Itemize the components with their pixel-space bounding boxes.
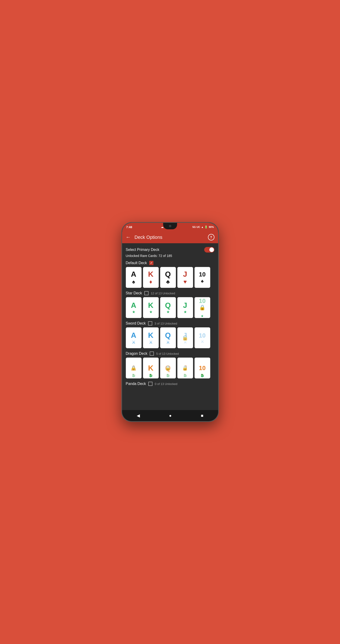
dragon-deck-name: Dragon Deck (126, 352, 147, 356)
card-suit: ★ (184, 310, 187, 314)
card-suit: 🐉 (132, 374, 136, 377)
card-suit: 🐉 (149, 374, 153, 377)
card-letter: 10 (199, 271, 206, 278)
card-star-2: K ★ (143, 297, 159, 318)
sword-deck-section: Sword Deck 3 of 13 Unlocked A ⚔ K ⚔ Q (126, 321, 214, 348)
dragon-deck-header: Dragon Deck 5 of 13 Unlocked (126, 352, 214, 356)
card-dragon-5: 10 🐉 (195, 358, 210, 378)
card-suit: ★ (166, 310, 170, 314)
star-deck-checkbox[interactable] (144, 291, 149, 295)
card-letter: K (148, 301, 153, 310)
star-deck-name: Star Deck (126, 291, 142, 295)
card-letter: A (131, 331, 136, 340)
card-default-4: J ♥ (177, 267, 193, 288)
panda-deck-name: Panda Deck (126, 382, 146, 386)
card-suit: ★ (132, 310, 135, 314)
lock-icon: 🔒 (199, 304, 205, 310)
card-suit: ♣ (166, 278, 170, 285)
card-letter: 10 (199, 364, 206, 372)
sword-deck-checkbox[interactable] (148, 321, 152, 326)
panda-deck-checkbox[interactable] (148, 382, 152, 386)
card-letter: J (183, 301, 187, 310)
default-deck-name: Default Deck (126, 261, 147, 265)
card-letter: 10 (199, 297, 206, 304)
panda-deck-status: 0 of 13 Unlocked (155, 382, 178, 386)
card-dragon-4: J 🔒 🐉 (177, 358, 193, 378)
signal-icon: ▲ (201, 226, 204, 228)
card-suit: ⚔ (149, 340, 153, 345)
default-deck-section: Default Deck A ♠ K ♦ Q (126, 261, 214, 288)
dragon-deck-cards: A 🔒 🐉 K 🐉 Q 🔒 🐉 (126, 358, 214, 378)
panda-deck-section: Panda Deck 0 of 13 Unlocked (126, 382, 214, 386)
nav-recents-button[interactable]: ■ (201, 413, 204, 418)
card-suit: ⚔ (184, 340, 187, 344)
primary-deck-row: Select Primary Deck (126, 247, 214, 252)
card-letter: A (131, 270, 136, 278)
card-suit: ♦ (149, 278, 152, 285)
bottom-nav: ◀ ● ■ (122, 410, 218, 421)
sword-deck-header: Sword Deck 3 of 13 Unlocked (126, 321, 214, 326)
card-sword-1: A ⚔ (126, 327, 142, 348)
card-star-1: A ★ (126, 297, 142, 318)
content-area: Select Primary Deck Unlocked Rare Cards:… (122, 243, 218, 410)
card-letter: 10 (199, 332, 206, 339)
panda-deck-header: Panda Deck 0 of 13 Unlocked (126, 382, 214, 386)
star-deck-section: Star Deck 12 of 13 Unlocked A ★ K ★ Q (126, 291, 214, 318)
card-default-2: K ♦ (143, 267, 159, 288)
card-sword-4: J 🔒 ⚔ (177, 327, 193, 348)
card-letter: Q (165, 301, 171, 310)
unlocked-rare-info: Unlocked Rare Cards: 72 of 185 (126, 254, 214, 258)
dragon-deck-checkbox[interactable] (150, 352, 154, 356)
nav-back-button[interactable]: ◀ (137, 413, 140, 418)
help-button[interactable]: ? (208, 234, 214, 240)
card-letter: A (131, 301, 136, 310)
card-dragon-3: Q 🔒 🐉 (160, 358, 176, 378)
volume-up-button[interactable] (218, 251, 219, 260)
card-suit: 🐉 (183, 374, 187, 377)
card-sword-5: 10 🔒 ⚔ (195, 327, 210, 348)
volume-down-button[interactable] (218, 262, 219, 272)
card-suit: ♠ (132, 278, 135, 285)
lock-icon: 🔒 (165, 365, 171, 371)
card-letter: K (148, 331, 153, 340)
default-deck-cards: A ♠ K ♦ Q ♣ J ♥ (126, 267, 214, 288)
primary-deck-toggle[interactable] (204, 247, 214, 252)
card-star-4: J ★ (177, 297, 193, 318)
status-icons: 5G UC ▲ 🔋 90% (192, 226, 214, 228)
lock-icon: 🔒 (182, 365, 188, 371)
card-letter: Q (165, 270, 171, 278)
default-deck-checkbox[interactable] (149, 261, 153, 265)
card-dragon-1: A 🔒 🐉 (126, 358, 142, 378)
card-suit: 🐉 (200, 374, 204, 377)
battery-label: 90% (209, 226, 214, 228)
card-suit: ⚔ (132, 340, 136, 345)
back-button[interactable]: ← (126, 234, 131, 240)
notch (163, 223, 177, 229)
star-deck-status: 12 of 13 Unlocked (151, 292, 175, 295)
dragon-deck-section: Dragon Deck 5 of 13 Unlocked A 🔒 🐉 K 🐉 (126, 352, 214, 378)
primary-deck-label: Select Primary Deck (126, 248, 159, 252)
card-sword-3: Q ⚔ (160, 327, 176, 348)
camera (169, 225, 171, 227)
card-default-3: Q ♣ (160, 267, 176, 288)
card-star-5: 10 🔒 ★ (195, 297, 210, 318)
card-suit: ⚔ (166, 340, 170, 345)
app-bar: ← Deck Options ? (122, 231, 218, 243)
card-letter: Q (165, 331, 171, 340)
card-letter: K (148, 364, 153, 372)
sword-deck-name: Sword Deck (126, 321, 146, 326)
card-letter: K (148, 270, 153, 278)
status-time: 7:48 (126, 225, 132, 229)
card-star-3: Q ★ (160, 297, 176, 318)
lock-icon: 🔒 (131, 365, 136, 371)
phone-device: 7:48 ☁ 5G UC ▲ 🔋 90% ← Deck Options ? Se… (121, 222, 219, 422)
nav-home-button[interactable]: ● (169, 413, 172, 418)
phone-screen: 7:48 ☁ 5G UC ▲ 🔋 90% ← Deck Options ? Se… (122, 223, 218, 421)
card-letter: J (183, 270, 187, 278)
dragon-deck-status: 5 of 13 Unlocked (156, 352, 179, 356)
card-default-1: A ♠ (126, 267, 142, 288)
default-deck-header: Default Deck (126, 261, 214, 265)
card-dragon-2: K 🐉 (143, 358, 159, 378)
card-suit: 🐉 (166, 374, 170, 377)
card-suit: ★ (149, 310, 152, 314)
